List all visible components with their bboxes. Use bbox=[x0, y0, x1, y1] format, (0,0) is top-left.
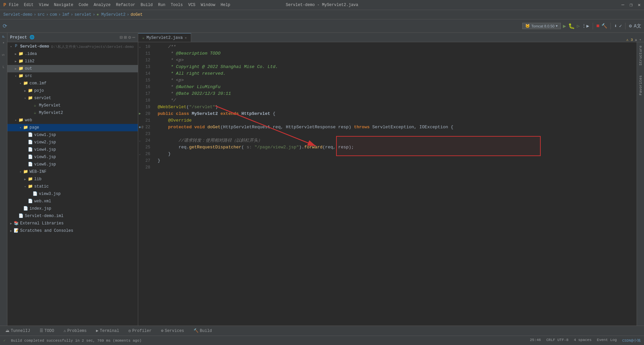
profiler-tool[interactable]: ◎ Profiler bbox=[126, 328, 154, 334]
tree-item-myservlet[interactable]: ☕ MyServlet bbox=[7, 102, 138, 109]
fold-icon-26[interactable]: ⌄ bbox=[139, 151, 141, 157]
breadcrumb-src[interactable]: src bbox=[38, 12, 45, 17]
tab-expand-icon[interactable]: ▲ bbox=[635, 38, 637, 42]
line-num-15: 15 bbox=[138, 77, 152, 84]
tree-item-src[interactable]: ▾ 📁 src bbox=[7, 72, 138, 80]
debug-icon[interactable]: 🐛 bbox=[568, 23, 575, 29]
tree-item-idea[interactable]: ▶ 📁 .idea bbox=[7, 50, 138, 58]
menu-tools[interactable]: Tools bbox=[171, 3, 183, 7]
tab-shrink-icon[interactable]: ▾ bbox=[639, 38, 641, 42]
panel-collapse-icon[interactable]: ⊟ bbox=[120, 34, 122, 40]
todo-tool[interactable]: ☰ TODO bbox=[38, 328, 56, 334]
settings-icon[interactable]: ⚙ bbox=[629, 23, 632, 29]
tree-item-indexjsp[interactable]: 📄 index.jsp bbox=[7, 205, 138, 212]
window-controls[interactable]: — ❐ ✕ bbox=[622, 2, 641, 8]
tomcat-button[interactable]: 🐱 Tomcat 8.0.50 ▾ bbox=[522, 23, 561, 29]
left-sidebar: P ★ S L bbox=[0, 33, 7, 326]
panel-settings-icon[interactable]: ⚙ bbox=[128, 34, 131, 40]
menu-navigate[interactable]: Navigate bbox=[54, 3, 73, 7]
cursor-position[interactable]: 25:46 bbox=[530, 338, 541, 343]
menu-file[interactable]: File bbox=[9, 3, 18, 7]
toolbar-icon-1[interactable]: ⟳ bbox=[3, 23, 7, 29]
breadcrumb-servlet[interactable]: servlet bbox=[74, 12, 91, 17]
indent-spaces[interactable]: 4 spaces bbox=[574, 338, 592, 343]
csdn-link[interactable]: CSDN@小旭 bbox=[622, 338, 641, 343]
more-run-icon[interactable]: ⋮▶ bbox=[582, 23, 589, 29]
fold-icon-24[interactable]: ⌄ bbox=[139, 137, 141, 144]
breadcrumb-lmf[interactable]: lmf bbox=[62, 12, 69, 17]
tree-item-view5[interactable]: 📄 view5.jsp bbox=[7, 153, 138, 161]
maximize-button[interactable]: ❐ bbox=[630, 2, 632, 8]
tree-item-static[interactable]: ▾ 📁 static bbox=[7, 183, 138, 190]
services-tool[interactable]: ⚙ Services bbox=[159, 328, 186, 334]
tree-item-view4[interactable]: 📄 view4.jsp bbox=[7, 146, 138, 153]
terminal-tool[interactable]: ▶ Terminal bbox=[94, 328, 121, 334]
tree-item-out[interactable]: ▶ 📁 out bbox=[7, 65, 138, 72]
line-ending[interactable]: CRLF UTF-8 bbox=[546, 338, 569, 343]
menu-help[interactable]: Help bbox=[221, 3, 230, 7]
project-sidebar-icon[interactable]: P bbox=[2, 36, 6, 38]
favorites-panel-label[interactable]: Favorites bbox=[639, 75, 643, 95]
tree-item-view1[interactable]: 📄 view1.jsp bbox=[7, 131, 138, 139]
tree-item-scratches[interactable]: ▶ 📝 Scratches and Consoles bbox=[7, 227, 138, 234]
menu-run[interactable]: Run bbox=[158, 3, 165, 7]
bookmark-icon[interactable]: ★ bbox=[2, 41, 4, 45]
tree-item-view2[interactable]: 📄 view2.jsp bbox=[7, 139, 138, 146]
tree-item-extlibs[interactable]: ▶ 📚 External Libraries bbox=[7, 220, 138, 227]
menu-code[interactable]: Code bbox=[78, 3, 88, 7]
breadcrumb-project[interactable]: Servlet-demo bbox=[3, 12, 32, 17]
minimize-button[interactable]: — bbox=[622, 2, 624, 8]
code-area[interactable]: /** * @Description TODO * <p> * Copyrigh… bbox=[155, 42, 637, 326]
tree-item-pojo[interactable]: ▶ 📁 pojo bbox=[7, 87, 138, 94]
run-icon[interactable]: ▶ bbox=[563, 23, 566, 29]
tree-item-webinf[interactable]: ▾ 📁 WEB-INF bbox=[7, 168, 138, 176]
tree-item-web[interactable]: ▾ 📁 web bbox=[7, 117, 138, 124]
tree-item-lib2[interactable]: ▶ 📁 lib2 bbox=[7, 58, 138, 65]
structure-sidebar-icon[interactable]: S bbox=[2, 54, 5, 56]
translate-icon[interactable]: A文 bbox=[634, 23, 641, 29]
menu-analyze[interactable]: Analyze bbox=[94, 3, 110, 7]
tree-item-view3[interactable]: 📄 view3.jsp bbox=[7, 190, 138, 198]
tree-root[interactable]: ▾ P Servlet-demo D:\私人文件夹\JavaProjects\S… bbox=[7, 43, 138, 50]
tree-item-webxml[interactable]: 📄 web.xml bbox=[7, 198, 138, 205]
menu-build[interactable]: Build bbox=[141, 3, 153, 7]
tree-item-comlmf[interactable]: ▾ 📁 com.lmf bbox=[7, 80, 138, 87]
implement-icon[interactable]: ▶ bbox=[139, 111, 141, 117]
panel-minimize-icon[interactable]: — bbox=[132, 34, 135, 40]
problems-tool[interactable]: ⚠ Problems bbox=[61, 328, 89, 334]
file-tree: ▾ P Servlet-demo D:\私人文件夹\JavaProjects\S… bbox=[7, 42, 138, 326]
tree-item-iml[interactable]: 📄 Servlet-demo.iml bbox=[7, 212, 138, 220]
menu-edit[interactable]: Edit bbox=[24, 3, 34, 7]
panel-layout-icon[interactable]: ⊞ bbox=[124, 34, 127, 40]
vcs-commit-icon[interactable]: ✓ bbox=[619, 23, 622, 29]
structure-panel-label[interactable]: Structure bbox=[639, 46, 643, 65]
breadcrumb-method[interactable]: doGet bbox=[130, 12, 143, 17]
fold-icon[interactable]: ⌄ bbox=[139, 44, 141, 50]
build-status-icon: ✓ bbox=[3, 338, 6, 343]
tree-item-page[interactable]: ▾ 📁 page bbox=[7, 124, 138, 131]
build-tool[interactable]: 🔨 Build bbox=[192, 328, 214, 334]
tunnelij-tool[interactable]: ⛰ TunnelIJ bbox=[3, 328, 32, 334]
breadcrumb-com[interactable]: com bbox=[50, 12, 57, 17]
close-button[interactable]: ✕ bbox=[638, 2, 641, 8]
leetcode-icon[interactable]: L bbox=[2, 65, 4, 69]
menu-window[interactable]: Window bbox=[201, 3, 215, 7]
breadcrumb-class[interactable]: ● MyServlet2 bbox=[97, 12, 125, 17]
menu-vcs[interactable]: VCS bbox=[188, 3, 196, 7]
tree-item-servlet[interactable]: ▾ 📁 servlet bbox=[7, 94, 138, 102]
tab-close-button[interactable]: ✕ bbox=[185, 36, 187, 40]
tree-item-lib[interactable]: ▶ 📁 lib bbox=[7, 176, 138, 183]
panel-header-icon-globe[interactable]: 🌐 bbox=[30, 35, 35, 40]
menu-refactor[interactable]: Refactor bbox=[116, 3, 136, 7]
event-log[interactable]: Event Log bbox=[597, 338, 617, 343]
tree-item-myservlet2[interactable]: ☕ MyServlet2 bbox=[7, 109, 138, 117]
menu-view[interactable]: View bbox=[39, 3, 49, 7]
menu-bar[interactable]: File Edit View Navigate Code Analyze Ref… bbox=[9, 3, 230, 7]
gutter-marker[interactable]: ◉ bbox=[139, 124, 141, 131]
editor-tab-myservlet2[interactable]: ☕ MyServlet2.java ✕ bbox=[138, 33, 191, 42]
stop-icon[interactable]: ■ bbox=[596, 23, 600, 29]
vcs-update-icon[interactable]: ⬇ bbox=[614, 23, 617, 29]
run-with-coverage-icon[interactable]: ▷ bbox=[577, 23, 580, 29]
tree-item-view6[interactable]: 📄 view6.jsp bbox=[7, 161, 138, 168]
build-icon[interactable]: 🔨 bbox=[601, 23, 607, 29]
